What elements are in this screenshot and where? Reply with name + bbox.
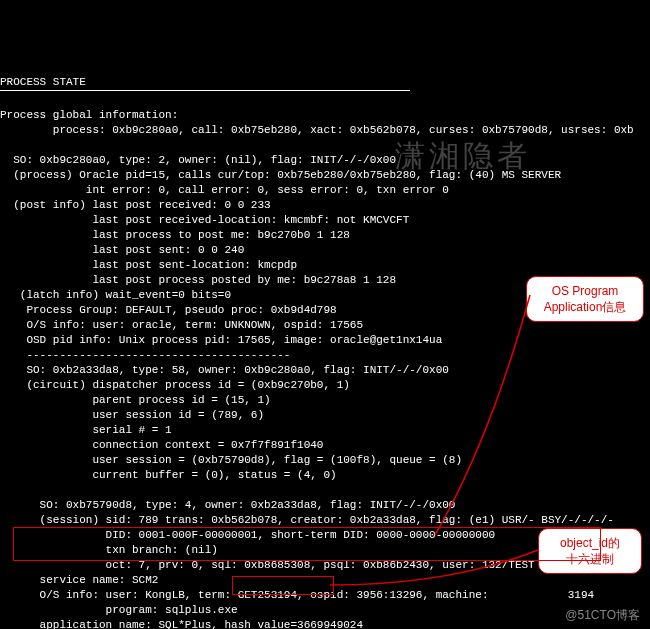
so2-serial: serial # = 1	[0, 424, 172, 436]
so2-conn: connection context = 0x7f7f891f1040	[0, 439, 323, 451]
so3-svc: service name: SCM2	[0, 574, 158, 586]
so2-line1: SO: 0xb2a33da8, type: 58, owner: 0xb9c28…	[0, 364, 449, 376]
so1-line1: SO: 0xb9c280a0, type: 2, owner: (nil), f…	[0, 154, 396, 166]
so3-txn: txn branch: (nil)	[0, 544, 218, 556]
so1-post5: last post sent-location: kmcpdp	[0, 259, 297, 271]
so3-app: application name: SQL*Plus, hash value=3…	[0, 619, 363, 629]
global-process: process: 0xb9c280a0, call: 0xb75eb280, x…	[0, 124, 634, 136]
annotation-os-program: OS Program Application信息	[526, 276, 644, 322]
so3-did: DID: 0001-000F-00000001, short-term DID:…	[0, 529, 495, 541]
so3-os2: program: sqlplus.exe	[0, 604, 238, 616]
footer-watermark: @51CTO博客	[565, 608, 640, 623]
so2-circuit: (circuit) dispatcher process id = (0xb9c…	[0, 379, 350, 391]
so2-curbuf: current buffer = (0), status = (4, 0)	[0, 469, 337, 481]
so3-line1: SO: 0xb75790d8, type: 4, owner: 0xb2a33d…	[0, 499, 455, 511]
so1-osd: OSD pid info: Unix process pid: 17565, i…	[0, 334, 442, 346]
annot2-l2: 十六进制	[566, 552, 614, 566]
so1-line3: int error: 0, call error: 0, sess error:…	[0, 184, 449, 196]
so1-osinfo: O/S info: user: oracle, term: UNKNOWN, o…	[0, 319, 363, 331]
annot2-l1: object_id的	[560, 536, 620, 550]
so3-sess: (session) sid: 789 trans: 0xb562b078, cr…	[0, 514, 614, 526]
annotation-object-id: object_id的 十六进制	[538, 528, 642, 574]
so2-hline: ----------------------------------------	[0, 349, 290, 361]
so1-latch: (latch info) wait_event=0 bits=0	[0, 289, 231, 301]
so3-os1: O/S info: user: KongLB, term: GET253194,…	[0, 589, 594, 601]
so1-pgroup: Process Group: DEFAULT, pseudo proc: 0xb…	[0, 304, 337, 316]
so1-post4: last post sent: 0 0 240	[0, 244, 244, 256]
annot1-l1: OS Program	[552, 284, 619, 298]
so1-post3: last process to post me: b9c270b0 1 128	[0, 229, 350, 241]
so1-post2: last post received-location: kmcmbf: not…	[0, 214, 409, 226]
so3-oct: oct: 7, prv: 0, sql: 0xb8685308, psql: 0…	[0, 559, 535, 571]
so1-post1: (post info) last post received: 0 0 233	[0, 199, 271, 211]
global-label: Process global information:	[0, 109, 178, 121]
so2-parent: parent process id = (15, 1)	[0, 394, 271, 406]
annot1-l2: Application信息	[544, 300, 627, 314]
so1-line2: (process) Oracle pid=15, calls cur/top: …	[0, 169, 561, 181]
so1-post6: last post process posted by me: b9c278a8…	[0, 274, 396, 286]
so2-usess: user session id = (789, 6)	[0, 409, 264, 421]
so2-usess2: user session = (0xb75790d8), flag = (100…	[0, 454, 462, 466]
underline	[0, 90, 410, 91]
proc-state-title: PROCESS STATE	[0, 76, 86, 88]
